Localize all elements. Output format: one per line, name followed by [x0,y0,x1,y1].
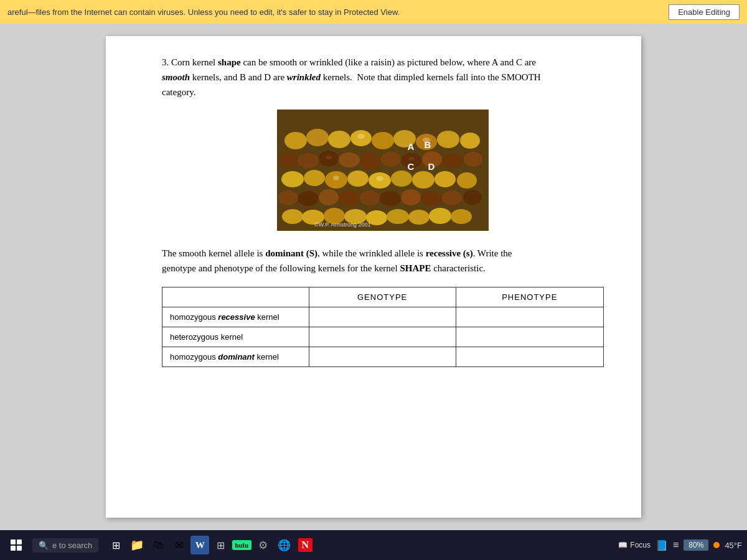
table-row: homozygous dominant kernel [162,347,604,367]
row2-genotype [309,327,456,347]
svg-point-19 [464,152,482,167]
svg-point-20 [281,171,304,187]
table-row: heterozygous kernel [162,327,604,347]
svg-point-32 [339,191,360,206]
svg-point-26 [412,171,435,189]
hulu-badge: hulu [232,540,251,550]
hulu-icon[interactable]: hulu [232,535,251,555]
description-text: The smooth kernel allele is dominant (S)… [162,246,604,276]
svg-point-37 [442,190,462,205]
windows-logo-icon [11,539,22,551]
label-c: C [408,161,415,172]
svg-point-45 [408,210,430,225]
focus-label: Focus [630,541,651,549]
svg-point-35 [401,189,421,205]
svg-point-48 [357,134,365,139]
focus-icon: 📖 [618,541,627,549]
svg-point-38 [463,190,482,205]
document-page: 3. Corn kernel shape can be smooth or wr… [106,36,641,518]
start-button[interactable] [5,534,27,556]
word-icon[interactable]: W [190,536,209,554]
search-icon: 🔍 [39,541,49,550]
section-3-text: 3. Corn kernel shape can be smooth or wr… [162,55,604,100]
protected-bar-text: areful—files from the Internet can conta… [7,7,400,17]
row3-phenotype [456,347,603,367]
table-header-row: GENOTYPE PHENOTYPE [162,287,604,307]
svg-point-46 [429,208,451,224]
mail-icon[interactable]: ✉ [169,535,189,555]
smooth-italic: smooth [162,72,190,82]
svg-point-25 [391,170,412,187]
taskbar: 🔍 e to search ⊞ 📁 🛍 ✉ W ⊞ hulu ⚙ 🌐 N 📖 F… [0,530,747,560]
focus-button[interactable]: 📖 Focus [618,541,651,549]
corn-image-wrapper: A B C D ©W.P. Armstrong 2001 [277,110,489,233]
svg-point-18 [442,153,463,168]
protected-view-message: areful—files from the Internet can conta… [7,7,400,17]
row2-label: heterozygous kernel [162,327,309,347]
col3-header: PHENOTYPE [456,287,603,307]
row1-phenotype [456,307,603,327]
svg-point-2 [306,129,329,146]
genetics-table: GENOTYPE PHENOTYPE homozygous recessive … [162,287,604,367]
document-area: 3. Corn kernel shape can be smooth or wr… [0,24,747,530]
row1-genotype [309,307,456,327]
task-view-button[interactable]: ⊞ [106,535,126,555]
row3-genotype [309,347,456,367]
svg-point-23 [347,170,369,187]
netflix-icon[interactable]: N [295,535,315,555]
svg-point-21 [304,170,325,186]
corn-svg: A B C D ©W.P. Armstrong 2001 [277,110,489,231]
taskbar-search-bar[interactable]: 🔍 e to search [32,538,98,553]
svg-point-15 [381,152,401,167]
grid-icon[interactable]: ⊞ [210,535,230,555]
svg-point-33 [360,190,380,205]
col1-header [162,287,309,307]
label-d: D [428,161,435,172]
enable-editing-button[interactable]: Enable Editing [669,4,740,20]
col2-header: GENOTYPE [309,287,456,307]
settings-icon[interactable]: ⚙ [253,535,273,555]
protected-view-bar: areful—files from the Internet can conta… [0,0,747,24]
svg-point-51 [408,157,415,161]
search-text: e to search [52,541,92,550]
svg-point-29 [278,190,298,205]
svg-point-30 [298,191,319,206]
svg-point-13 [339,152,360,167]
svg-point-3 [328,131,350,148]
svg-point-50 [326,156,332,159]
svg-point-10 [278,152,298,167]
svg-point-28 [457,172,477,189]
shape-bold: shape [218,57,241,67]
status-dot [713,542,720,548]
corn-image-container: A B C D ©W.P. Armstrong 2001 [162,110,604,233]
svg-point-47 [451,209,472,224]
copyright-text: ©W.P. Armstrong 2001 [314,222,371,228]
taskbar-right: 📖 Focus 📘 ≡ 80% 45°F [618,539,742,551]
shape-text: SHAPE [400,263,431,273]
row1-label: homozygous recessive kernel [162,307,309,327]
temperature-text: 45°F [725,541,742,550]
svg-point-11 [298,153,319,168]
book-icon: 📘 [655,539,668,551]
svg-point-34 [380,191,401,206]
file-explorer-icon[interactable]: 📁 [127,535,147,555]
section-3: 3. Corn kernel shape can be smooth or wr… [162,55,604,100]
description-paragraph: The smooth kernel allele is dominant (S)… [162,246,604,276]
svg-point-9 [460,133,480,149]
store-icon[interactable]: 🛍 [148,535,168,555]
browser-icon[interactable]: 🌐 [274,535,294,555]
table-row: homozygous recessive kernel [162,307,604,327]
svg-point-8 [437,131,459,148]
zoom-level-badge[interactable]: 80% [684,539,708,551]
section-number-label: 3. [162,57,169,67]
svg-point-5 [372,132,394,149]
svg-point-31 [319,189,339,205]
recessive-text: recessive (s) [426,248,473,258]
dominant-text: dominant (S) [265,248,317,258]
row3-label: homozygous dominant kernel [162,347,309,367]
label-a: A [408,141,415,152]
netflix-badge: N [298,538,313,552]
svg-point-1 [284,132,307,149]
svg-point-39 [282,209,303,224]
taskbar-pinned-apps: ⊞ 📁 🛍 ✉ W ⊞ hulu ⚙ 🌐 N [106,535,315,555]
